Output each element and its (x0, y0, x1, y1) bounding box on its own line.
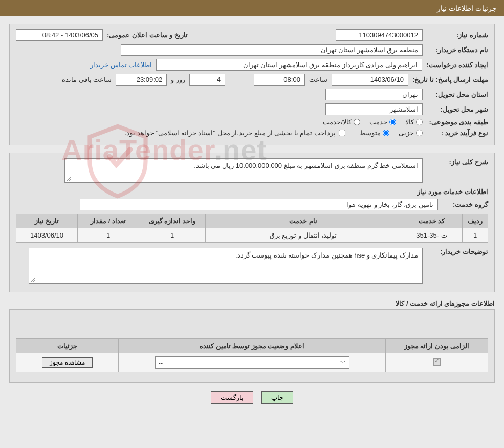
table-header-row: ردیف کد خدمت نام خدمت واحد اندازه گیری ت… (16, 214, 488, 228)
select-placeholder: -- (159, 359, 163, 367)
col-row: ردیف (463, 214, 488, 228)
col-name: نام خدمت (206, 214, 401, 228)
deadline-label: مهلت ارسال پاسخ: تا تاریخ: (412, 76, 488, 83)
col-qty: تعداد / مقدار (78, 214, 139, 228)
province-label: استان محل تحویل: (427, 91, 488, 98)
buyer-org-value: منطقه برق اسلامشهر استان تهران (121, 44, 423, 56)
purchase-partial[interactable]: جزیی (399, 129, 423, 137)
cell-code: ت -35-351 (401, 228, 463, 243)
category-both[interactable]: کالا/خدمت (323, 118, 360, 126)
purchase-type-group: جزیی متوسط (360, 129, 423, 137)
auth-col-details: جزئیات (16, 339, 119, 353)
col-date: تاریخ نیاز (16, 214, 78, 228)
announce-dt-label: تاریخ و ساعت اعلان عمومی: (107, 31, 188, 39)
auth-section: الزامی بودن ارائه مجوز اعلام وضعیت مجوز … (9, 309, 495, 383)
auth-details-cell: مشاهده مجوز (16, 353, 119, 372)
cell-name: تولید، انتقال و توزیع برق (206, 228, 401, 243)
buyer-notes-value[interactable]: مدارک پیمانکاری و hse همچنین مدارک خواست… (29, 248, 423, 284)
services-header: اطلاعات خدمات مورد نیاز (16, 188, 488, 196)
payment-checkbox[interactable] (339, 130, 345, 136)
col-code: کد خدمت (401, 214, 463, 228)
payment-note: پرداخت تمام یا بخشی از مبلغ خرید،از محل … (125, 129, 345, 137)
auth-section-title: اطلاعات مجوزهای ارائه خدمت / کالا (9, 300, 495, 307)
requester-value: ابراهیم ولی مرادی کارپرداز منطقه برق اسل… (156, 59, 422, 71)
view-auth-button[interactable]: مشاهده مجوز (42, 357, 92, 368)
announce-dt-value: 1403/06/05 - 08:42 (16, 29, 103, 41)
deadline-date-value: 1403/06/10 (332, 74, 408, 86)
buyer-contact-link[interactable]: اطلاعات تماس خریدار (90, 61, 152, 69)
auth-required-checkbox (433, 358, 441, 366)
auth-status-select[interactable]: ﹀ -- (155, 356, 349, 369)
category-goods[interactable]: کالا (405, 118, 423, 126)
remaining-label: ساعت باقي مانده (62, 76, 112, 83)
auth-table: الزامی بودن ارائه مجوز اعلام وضعیت مجوز … (16, 338, 488, 372)
page-title-bar: جزئیات اطلاعات نیاز (0, 0, 504, 16)
city-value: اسلامشهر (325, 103, 423, 115)
cell-row: 1 (463, 228, 488, 243)
buyer-notes-label: توضیحات خریدار: (427, 248, 488, 255)
services-table: ردیف کد خدمت نام خدمت واحد اندازه گیری ت… (16, 214, 488, 243)
service-group-value: تامین برق، گاز، بخار و تهویه هوا (80, 199, 438, 210)
category-service[interactable]: خدمت (369, 118, 396, 126)
days-label: روز و (171, 76, 185, 83)
buyer-org-label: نام دستگاه خریدار: (427, 46, 488, 54)
cell-unit: 1 (139, 228, 206, 243)
purchase-type-label: نوع فرآیند خرید : (427, 129, 488, 137)
auth-col-status: اعلام وضعیت مجوز توسط تامین کننده (119, 339, 386, 353)
cell-qty: 1 (78, 228, 139, 243)
cell-date: 1403/06/10 (16, 228, 78, 243)
page-title: جزئیات اطلاعات نیاز (437, 4, 497, 12)
auth-col-required: الزامی بودن ارائه مجوز (386, 339, 488, 353)
remaining-days-value: 4 (189, 74, 225, 86)
auth-row: ﹀ -- مشاهده مجوز (16, 353, 488, 372)
purchase-medium[interactable]: متوسط (360, 129, 389, 137)
auth-required-cell (386, 353, 488, 372)
auth-header-row: الزامی بودن ارائه مجوز اعلام وضعیت مجوز … (16, 339, 488, 353)
table-row: 1 ت -35-351 تولید، انتقال و توزیع برق 1 … (16, 228, 488, 243)
remaining-time-value: 23:09:02 (116, 74, 167, 86)
print-button[interactable]: چاپ (261, 391, 293, 404)
time-label: ساعت (309, 76, 327, 83)
category-label: طبقه بندی موضوعی: (427, 118, 488, 126)
services-section: شرح کلی نیاز: استعلامی خط گرم منطقه برق … (9, 153, 495, 292)
service-group-label: گروه خدمت: (442, 201, 488, 208)
requester-label: ایجاد کننده درخواست: (426, 61, 488, 69)
overall-desc-value[interactable]: استعلامی خط گرم منطقه برق اسلامشهر به مب… (64, 158, 423, 183)
action-buttons: چاپ بازگشت (0, 391, 504, 404)
deadline-time-value: 08:00 (254, 74, 305, 86)
info-section: شماره نیاز: 1103094743000012 تاریخ و ساع… (9, 24, 495, 145)
category-radio-group: کالا خدمت کالا/خدمت (323, 118, 423, 126)
auth-status-cell: ﹀ -- (119, 353, 386, 372)
back-button[interactable]: بازگشت (211, 391, 253, 404)
chevron-down-icon: ﹀ (340, 359, 346, 367)
need-id-value: 1103094743000012 (336, 29, 423, 41)
city-label: شهر محل تحویل: (427, 105, 488, 113)
col-unit: واحد اندازه گیری (139, 214, 206, 228)
province-value: تهران (325, 89, 423, 100)
overall-desc-label: شرح کلی نیاز: (427, 158, 488, 166)
need-id-label: شماره نیاز: (427, 31, 488, 39)
